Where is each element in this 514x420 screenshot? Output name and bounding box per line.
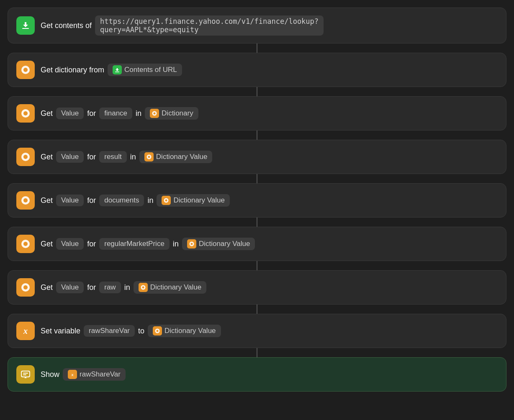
step2-pill-icon: [113, 65, 122, 74]
step2-label: Get dictionary from: [41, 66, 104, 74]
svg-point-15: [165, 200, 167, 202]
step-get-market-price[interactable]: Get Value for regularMarketPrice in Dict…: [8, 227, 506, 261]
step4-content: Get Value for result in Dictionary Value: [41, 151, 212, 163]
step4-key-pill[interactable]: result: [99, 151, 127, 163]
step2-icon: [16, 61, 35, 79]
step6-content: Get Value for regularMarketPrice in Dict…: [41, 238, 255, 250]
svg-point-13: [23, 198, 28, 202]
step7-content: Get Value for raw in Dictionary Value: [41, 281, 206, 294]
step7-for: for: [87, 283, 96, 292]
step9-content: Show x rawShareVar: [41, 368, 126, 381]
step1-url-text: https://query1.finance.yahoo.com/v1/fina…: [100, 17, 319, 34]
step8-content: Set variable rawShareVar to Dictionary V…: [41, 325, 221, 337]
step4-key-label: result: [104, 153, 122, 161]
step6-pill-icon: [187, 239, 196, 248]
step5-in: in: [147, 196, 153, 205]
step9-pill-icon: x: [68, 370, 77, 379]
step3-get: Get: [41, 109, 53, 118]
step5-key-label: documents: [104, 196, 139, 205]
step6-key-label: regularMarketPrice: [104, 240, 164, 248]
step8-dict-pill[interactable]: Dictionary Value: [148, 325, 221, 337]
step1-label: Get contents of: [41, 21, 92, 30]
step8-icon: x: [16, 322, 35, 340]
step5-get: Get: [41, 196, 53, 205]
svg-point-17: [23, 242, 28, 246]
connector-8: [257, 348, 257, 357]
step3-dict-pill[interactable]: Dictionary: [145, 107, 198, 120]
svg-point-19: [190, 243, 193, 245]
step7-key-pill[interactable]: raw: [99, 282, 121, 293]
connector-1: [257, 44, 257, 53]
svg-point-25: [157, 330, 159, 332]
step-set-variable[interactable]: x Set variable rawShareVar to Dictionary…: [8, 314, 506, 348]
step7-key-label: raw: [104, 283, 116, 292]
step4-value-pill[interactable]: Value: [56, 151, 84, 163]
step3-key-pill[interactable]: finance: [99, 108, 132, 119]
step-get-raw[interactable]: Get Value for raw in Dictionary Value: [8, 270, 506, 305]
step4-value-label: Value: [61, 153, 79, 161]
step5-pill-icon: [162, 196, 171, 205]
step4-dict-pill[interactable]: Dictionary Value: [139, 151, 213, 163]
workflow-container: Get contents of https://query1.finance.y…: [8, 8, 506, 392]
step5-value-pill[interactable]: Value: [56, 195, 84, 206]
step3-key-label: finance: [104, 109, 127, 118]
step9-var-pill[interactable]: x rawShareVar: [63, 368, 126, 381]
step4-icon: [16, 148, 35, 166]
step7-value-pill[interactable]: Value: [56, 282, 84, 293]
step4-in: in: [130, 153, 136, 161]
svg-point-23: [142, 287, 144, 289]
step4-for: for: [87, 153, 96, 161]
step-get-finance[interactable]: Get Value for finance in Dictionary: [8, 96, 506, 131]
step3-value-pill[interactable]: Value: [56, 108, 84, 119]
step5-content: Get Value for documents in Dictionary Va…: [41, 194, 230, 207]
connector-3: [257, 131, 257, 140]
step7-dict-pill[interactable]: Dictionary Value: [134, 281, 207, 294]
step7-get: Get: [41, 283, 53, 292]
step8-to: to: [138, 327, 144, 335]
step1-content: Get contents of https://query1.finance.y…: [41, 15, 324, 36]
step7-in: in: [124, 283, 130, 292]
step-get-result[interactable]: Get Value for result in Dictionary Value: [8, 140, 506, 174]
step7-pill-icon: [139, 283, 148, 292]
step-get-contents[interactable]: Get contents of https://query1.finance.y…: [8, 8, 506, 44]
step8-pill-icon: [153, 326, 162, 335]
step1-url-pill[interactable]: https://query1.finance.yahoo.com/v1/fina…: [95, 15, 324, 36]
step8-var-pill[interactable]: rawShareVar: [84, 325, 135, 337]
svg-point-21: [23, 285, 28, 289]
step-show[interactable]: Show x rawShareVar: [8, 357, 506, 392]
step3-icon: [16, 104, 35, 123]
step6-in: in: [173, 240, 179, 248]
step6-for: for: [87, 240, 96, 248]
step3-dict-label: Dictionary: [162, 109, 193, 118]
connector-2: [257, 87, 257, 96]
step5-dict-pill[interactable]: Dictionary Value: [157, 194, 230, 207]
step6-key-pill[interactable]: regularMarketPrice: [99, 238, 170, 250]
step-get-documents[interactable]: Get Value for documents in Dictionary Va…: [8, 183, 506, 218]
step1-icon: [16, 16, 35, 35]
step7-value-label: Value: [61, 283, 79, 292]
connector-5: [257, 218, 257, 227]
step2-ref-pill[interactable]: Contents of URL: [108, 64, 182, 76]
svg-point-11: [148, 156, 150, 158]
step3-pill-icon: [150, 109, 159, 118]
step6-dict-pill[interactable]: Dictionary Value: [182, 238, 255, 250]
svg-rect-29: [23, 374, 26, 375]
svg-rect-0: [22, 28, 29, 29]
step5-icon: [16, 191, 35, 210]
step6-dict-label: Dictionary Value: [199, 240, 250, 248]
step6-value-label: Value: [61, 240, 79, 248]
step7-dict-label: Dictionary Value: [150, 283, 202, 292]
svg-point-2: [23, 68, 28, 72]
connector-4: [257, 174, 257, 183]
svg-point-9: [23, 155, 28, 159]
step3-in: in: [136, 109, 141, 118]
step-get-dictionary[interactable]: Get dictionary from Contents of URL: [8, 53, 506, 87]
connector-6: [257, 261, 257, 270]
step2-pill-label: Contents of URL: [124, 66, 177, 74]
step5-for: for: [87, 196, 96, 205]
step5-dict-label: Dictionary Value: [173, 196, 225, 205]
step3-value-label: Value: [61, 109, 79, 118]
step6-value-pill[interactable]: Value: [56, 238, 84, 250]
step5-key-pill[interactable]: documents: [99, 195, 144, 206]
step8-set: Set variable: [41, 327, 80, 335]
